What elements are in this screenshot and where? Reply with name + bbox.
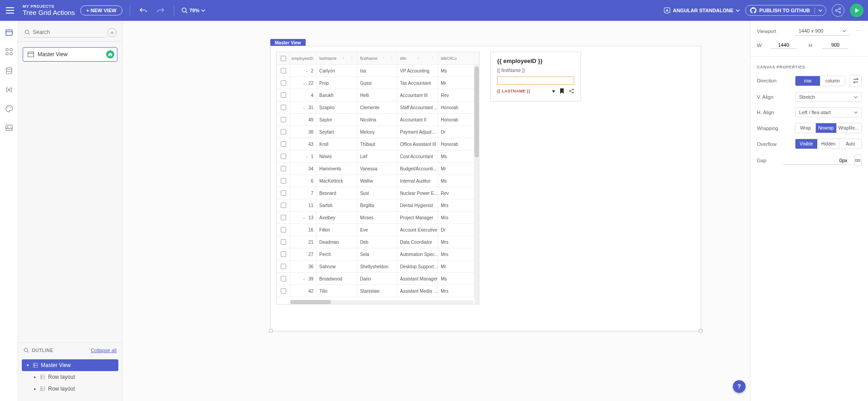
- sort-asc-icon[interactable]: ↑: [418, 56, 419, 60]
- expand-icon[interactable]: ⌄: [302, 216, 307, 220]
- table-row[interactable]: 27PerchSelaAutomation Spec…Mrs: [277, 248, 479, 261]
- more-icon[interactable]: ⋯: [854, 28, 862, 34]
- components-icon[interactable]: [4, 46, 15, 57]
- row-checkbox[interactable]: [277, 187, 290, 199]
- menu-icon[interactable]: [5, 5, 15, 16]
- detail-card[interactable]: {{ employeeID }} {{ firstName }} {{ LAST…: [490, 52, 581, 101]
- view-item-master[interactable]: Master View: [23, 47, 117, 62]
- col-header-firstname[interactable]: firstName↑⋮: [357, 52, 397, 64]
- add-view-button[interactable]: +: [107, 28, 117, 37]
- table-row[interactable]: ⌄22PropGussiTax AccountantMr: [277, 77, 479, 89]
- col-header-id[interactable]: ⋮↑employeeID: [290, 52, 317, 64]
- overflow-visible-button[interactable]: Visible: [795, 139, 818, 149]
- grid-hscrollbar[interactable]: [290, 300, 473, 304]
- table-row[interactable]: ⌄2CarlyonIsaVP AccountingMs: [277, 65, 479, 77]
- table-row[interactable]: 42TilioStanislawAssistant Media …Mrs: [277, 285, 479, 297]
- gap-input[interactable]: [783, 157, 849, 164]
- row-checkbox[interactable]: [277, 224, 290, 236]
- publish-dropdown[interactable]: [814, 8, 826, 14]
- table-row[interactable]: ⌄31SzapiroClementeStaff Accountant …Hono…: [277, 101, 479, 114]
- col-header-titleofcourtesy[interactable]: titleOfCo: [438, 52, 474, 64]
- col-header-lastname[interactable]: lastName↑⋮: [317, 52, 357, 64]
- publish-github-button[interactable]: PUBLISH TO GITHUB: [746, 5, 814, 15]
- theme-icon[interactable]: [4, 103, 15, 114]
- outline-root[interactable]: ▾ Master View: [22, 359, 118, 371]
- table-row[interactable]: ⌄13AxelbeyMosesProject ManagerMrs: [277, 212, 479, 224]
- table-row[interactable]: 43KrollThibautOffice Assistant IIIHonora…: [277, 138, 479, 150]
- table-row[interactable]: 7BesnardSusiNuclear Power E…Rev: [277, 187, 479, 199]
- row-checkbox[interactable]: [277, 175, 290, 187]
- new-view-button[interactable]: + NEW VIEW: [80, 5, 122, 15]
- row-checkbox[interactable]: [277, 163, 290, 174]
- row-checkbox[interactable]: [277, 126, 290, 138]
- row-checkbox[interactable]: [277, 114, 290, 126]
- redo-icon[interactable]: [155, 5, 166, 16]
- help-button[interactable]: ?: [733, 380, 746, 393]
- expand-icon[interactable]: ⌄: [302, 277, 307, 281]
- search-input[interactable]: [33, 29, 104, 35]
- table-row[interactable]: 16FitkinEveAccount ExecutiveDr: [277, 224, 479, 236]
- collapse-all-link[interactable]: Collapse all: [91, 348, 117, 353]
- row-checkbox[interactable]: [277, 65, 290, 77]
- row-checkbox[interactable]: [277, 199, 290, 211]
- views-icon[interactable]: [4, 27, 15, 38]
- column-menu-icon[interactable]: ⋮: [350, 56, 354, 61]
- data-icon[interactable]: [4, 65, 15, 76]
- table-row[interactable]: 4BarukhHelliAccountant IIIRev: [277, 89, 479, 101]
- header-checkbox-cell[interactable]: [277, 52, 290, 64]
- outline-row-2[interactable]: ▸ Row layout: [22, 383, 118, 395]
- direction-column-button[interactable]: column: [820, 76, 845, 86]
- sort-asc-icon[interactable]: ↑: [383, 56, 385, 60]
- share-icon[interactable]: [569, 88, 574, 94]
- outline-row-1[interactable]: ▸ Row layout: [22, 371, 118, 383]
- share-button[interactable]: [832, 4, 844, 17]
- swap-axes-button[interactable]: [850, 75, 862, 87]
- overflow-auto-button[interactable]: Auto: [839, 139, 861, 149]
- zoom-control[interactable]: 79%: [181, 7, 205, 14]
- column-menu-icon[interactable]: ⋮: [390, 56, 394, 61]
- table-row[interactable]: ⌄1NewisLiefCost AccountantMs: [277, 150, 479, 163]
- gap-link-button[interactable]: [854, 155, 862, 166]
- expand-icon[interactable]: ⌄: [302, 81, 307, 85]
- column-menu-icon[interactable]: ⋮: [430, 56, 435, 61]
- col-header-title[interactable]: title↑⋮: [397, 52, 438, 64]
- valign-select[interactable]: Stretch: [795, 92, 862, 102]
- row-checkbox[interactable]: [277, 248, 290, 260]
- grid-vscrollbar[interactable]: [474, 65, 479, 304]
- table-row[interactable]: 34HammentsVanessaBudget/Accounti…Mr: [277, 163, 479, 175]
- nowrap-button[interactable]: Nowrap: [816, 123, 836, 133]
- row-checkbox[interactable]: [277, 138, 290, 150]
- halign-select[interactable]: Left / flex-start: [795, 107, 862, 117]
- direction-row-button[interactable]: row: [795, 76, 820, 86]
- viewport-select[interactable]: 1440 x 900: [795, 26, 850, 36]
- row-checkbox[interactable]: [277, 150, 290, 162]
- row-checkbox[interactable]: [277, 77, 290, 89]
- table-row[interactable]: 38SeyfartMelonyPayment Adjust…Dr: [277, 126, 479, 138]
- canvas[interactable]: Master View ⋮↑employeeID lastName↑⋮ firs…: [122, 21, 750, 401]
- preview-button[interactable]: [850, 4, 863, 17]
- expand-icon[interactable]: ⌄: [302, 106, 307, 110]
- table-row[interactable]: 6MacKettrickWalliwInternal AuditorMs: [277, 175, 479, 187]
- expand-icon[interactable]: ⌄: [304, 69, 309, 73]
- framework-selector[interactable]: ANGULAR STANDALONE: [664, 7, 740, 14]
- table-row[interactable]: ⌄39BroadwoodDarioAssistant ManagerMs: [277, 273, 479, 285]
- table-row[interactable]: 21DeadmanDebData CoordiatorMrs: [277, 236, 479, 248]
- artboard[interactable]: ⋮↑employeeID lastName↑⋮ firstName↑⋮ titl…: [270, 46, 701, 331]
- tree-grid[interactable]: ⋮↑employeeID lastName↑⋮ firstName↑⋮ titl…: [276, 52, 479, 304]
- card-selected-element[interactable]: [497, 77, 574, 85]
- table-row[interactable]: 49SaylorNicolinaAccountant IIHonorab: [277, 114, 479, 126]
- row-checkbox[interactable]: [277, 101, 290, 113]
- assets-icon[interactable]: [4, 122, 15, 133]
- chevron-down-icon[interactable]: ▾: [25, 363, 30, 367]
- chevron-right-icon[interactable]: ▸: [33, 375, 37, 379]
- row-checkbox[interactable]: [277, 89, 290, 101]
- expand-icon[interactable]: ⌄: [304, 155, 309, 159]
- row-checkbox[interactable]: [277, 236, 290, 248]
- chevron-right-icon[interactable]: ▸: [33, 387, 37, 391]
- heart-icon[interactable]: ♥: [552, 88, 555, 94]
- bookmark-icon[interactable]: [560, 88, 564, 94]
- row-checkbox[interactable]: [277, 261, 290, 272]
- height-input[interactable]: [822, 41, 848, 49]
- wrapreverse-button[interactable]: WrapRe…: [837, 123, 862, 133]
- wrap-button[interactable]: Wrap: [795, 123, 816, 133]
